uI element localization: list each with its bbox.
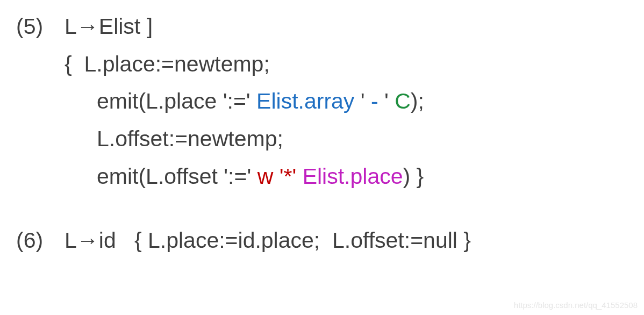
rule-6-number: (6) xyxy=(16,222,65,260)
rule-5-line2-c-const: C xyxy=(395,89,411,113)
rule-5-line4-a: emit(L.offset ':=' xyxy=(97,164,257,189)
rule-5-line2-minus: - xyxy=(371,89,384,113)
rule-5: (5) L→Elist ] { L.place:=newtemp; emit(L… xyxy=(16,8,628,195)
rule-5-line4-elist-place: Elist.place xyxy=(303,164,403,189)
rule-5-line2-c: ' xyxy=(354,89,371,113)
rule-5-number: (5) xyxy=(16,8,65,46)
watermark-text: https://blog.csdn.net/qq_41552508 xyxy=(514,298,638,312)
rule-5-line4-star: '*' xyxy=(280,164,303,189)
rule-5-action-line-2: emit(L.place ':=' Elist.array ' - ' C); xyxy=(16,83,628,120)
rule-6-action: { L.place:=id.place; L.offset:=null } xyxy=(134,222,471,260)
rule-5-action-line-1: { L.place:=newtemp; xyxy=(16,46,628,83)
rule-5-line2-g: ); xyxy=(411,89,424,113)
rule-5-line4-close: ) } xyxy=(403,164,424,189)
rule-6: (6) L→id { L.place:=id.place; L.offset:=… xyxy=(16,222,628,260)
rule-5-action-line-3: L.offset:=newtemp; xyxy=(16,120,628,158)
rule-5-line2-elist-array: Elist.array xyxy=(256,89,354,113)
rule-5-action-line-4: emit(L.offset ':=' w '*' Elist.place) } xyxy=(16,158,628,196)
rule-5-line3-body: L.offset:=newtemp; xyxy=(97,126,283,151)
rule-5-line4-w: w xyxy=(257,164,280,189)
rule-5-header: (5) L→Elist ] xyxy=(16,8,628,46)
open-brace: { xyxy=(65,52,84,76)
rule-5-line2-e: ' xyxy=(384,89,395,113)
rule-5-production: L→Elist ] xyxy=(65,8,153,46)
rule-6-production: L→id xyxy=(65,222,134,260)
rule-5-line2-a: emit(L.place ':=' xyxy=(97,89,256,113)
rule-5-line1-body: L.place:=newtemp; xyxy=(84,52,269,76)
